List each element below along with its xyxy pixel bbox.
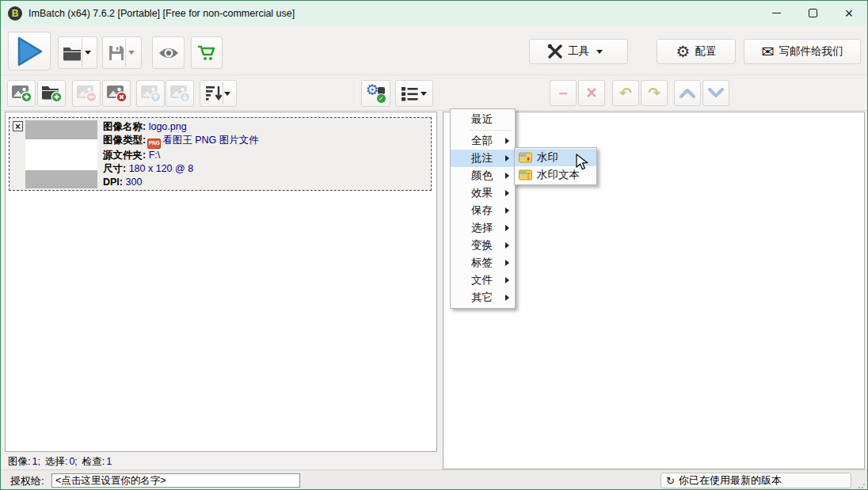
open-button[interactable] (58, 36, 97, 69)
menu-item-recent[interactable]: 最近 (451, 111, 515, 128)
menu-item-tags[interactable]: 标签 (451, 254, 515, 272)
submenu-arrow-icon (505, 155, 509, 161)
gear-icon: ⚙ (676, 44, 691, 59)
mouse-cursor (576, 154, 589, 171)
run-tasks-button[interactable] (8, 32, 51, 70)
image-folder-value: F:\ (149, 150, 161, 161)
task-up-button[interactable] (674, 80, 701, 106)
menu-separator (470, 130, 512, 131)
play-icon (14, 35, 44, 68)
refresh-icon: ↻ (666, 475, 675, 487)
remove-all-images-button[interactable] (102, 80, 131, 107)
bottom-bar: 授权给: ↻ 你已在使用最新的版本 (1, 469, 867, 490)
add-images-button[interactable] (7, 80, 36, 107)
image-list-item[interactable]: × 图像名称: logo.png 图像类型:PNG看图王 PNG 图片文件 源文… (9, 117, 432, 191)
window-title: ImBatch (x64) 7.6.2 [Portable] [Free for… (29, 8, 295, 19)
move-down-icon (169, 84, 191, 103)
app-logo-icon: B (8, 6, 22, 21)
remove-all-icon (106, 84, 128, 103)
menu-item-file[interactable]: 文件 (451, 272, 515, 289)
png-file-icon: PNG (147, 139, 161, 149)
add-folder-button[interactable] (37, 80, 66, 107)
main-toolbar: 工具 ⚙ 配置 ✉ 写邮件给我们 (1, 25, 867, 75)
close-button[interactable]: × (831, 1, 867, 25)
remove-image-icon (76, 84, 97, 103)
undo-icon: ↶ (619, 84, 632, 102)
menu-item-color[interactable]: 颜色 (451, 167, 515, 184)
save-icon (108, 44, 125, 62)
sort-dropdown-icon (224, 92, 230, 96)
submenu-arrow-icon (505, 173, 509, 179)
menu-item-select[interactable]: 选择 (451, 219, 515, 237)
remove-image-button[interactable] (72, 80, 101, 107)
preview-button[interactable] (152, 36, 185, 69)
menu-item-effects[interactable]: 效果 (451, 184, 515, 202)
image-type-label: 图像类型: (103, 135, 146, 146)
sort-button[interactable] (200, 80, 237, 107)
save-dropdown-icon (128, 51, 135, 55)
menu-item-save[interactable]: 保存 (451, 202, 515, 219)
image-name-value: logo.png (149, 121, 187, 132)
task-down-button[interactable] (702, 80, 729, 106)
menu-item-all[interactable]: 全部 (451, 132, 515, 150)
email-us-label: 写邮件给我们 (779, 44, 843, 59)
watermark-text-icon (519, 169, 532, 180)
imbatch-window: B ImBatch (x64) 7.6.2 [Portable] [Free f… (0, 0, 868, 490)
image-checkbox[interactable]: × (13, 121, 23, 131)
save-button[interactable] (102, 36, 142, 69)
image-size-value: 180 x 120 @ 8 (129, 163, 194, 174)
menu-item-annotate[interactable]: 批注 (451, 150, 515, 167)
watermark-icon (519, 152, 532, 163)
version-status[interactable]: ↻ 你已在使用最新的版本 (661, 473, 851, 488)
email-us-button[interactable]: ✉ 写邮件给我们 (744, 39, 861, 64)
submenu-arrow-icon (505, 207, 509, 214)
check-tasks-icon: ⚙ ✓ (366, 84, 386, 103)
image-count-status: 图像:1; 选择:0; 检查:1 (5, 454, 437, 469)
image-details: 图像名称: logo.png 图像类型:PNG看图王 PNG 图片文件 源文件夹… (103, 120, 259, 190)
config-button[interactable]: ⚙ 配置 (657, 39, 736, 64)
minimize-button[interactable] (758, 1, 794, 25)
resize-grip[interactable] (858, 481, 866, 489)
submenu-arrow-icon (505, 190, 509, 196)
chevron-up-icon (680, 88, 695, 98)
menu-item-other[interactable]: 其它 (451, 289, 515, 306)
image-thumbnail (25, 120, 97, 188)
version-text: 你已在使用最新的版本 (679, 473, 782, 488)
tools-icon (547, 44, 563, 59)
tools-label: 工具 (568, 44, 589, 59)
image-dpi-value: 300 (125, 177, 142, 188)
chevron-down-icon (708, 88, 724, 98)
check-tasks-button[interactable]: ⚙ ✓ (361, 80, 390, 107)
redo-button[interactable]: ↷ (641, 80, 668, 106)
menu-item-transform[interactable]: 变换 (451, 237, 515, 254)
config-label: 配置 (695, 44, 716, 59)
license-name-input[interactable] (51, 473, 300, 488)
submenu-arrow-icon (505, 242, 509, 249)
maximize-icon (809, 9, 817, 17)
move-up-button[interactable] (136, 80, 165, 107)
view-mode-button[interactable] (395, 80, 433, 107)
minimize-icon (772, 13, 781, 13)
delete-tasks-button[interactable]: × (578, 80, 605, 106)
envelope-icon: ✉ (762, 44, 775, 59)
move-down-button[interactable] (166, 80, 194, 107)
remove-task-button[interactable]: − (550, 80, 577, 106)
view-dropdown-icon (421, 92, 427, 96)
buy-button[interactable] (191, 36, 223, 69)
sort-icon (205, 85, 223, 102)
move-up-icon (140, 84, 162, 103)
open-dropdown-icon (85, 51, 91, 55)
close-icon: × (845, 6, 854, 21)
image-type-value: 看图王 PNG 图片文件 (162, 135, 259, 146)
submenu-arrow-icon (505, 277, 509, 283)
add-task-menu: 最近 全部 批注 颜色 效果 保存 选择 变换 标签 文件 其它 (450, 108, 516, 309)
submenu-arrow-icon (505, 138, 509, 144)
image-list-panel[interactable]: × 图像名称: logo.png 图像类型:PNG看图王 PNG 图片文件 源文… (5, 112, 437, 452)
submenu-arrow-icon (505, 260, 509, 266)
maximize-button[interactable] (794, 1, 831, 25)
undo-button[interactable]: ↶ (612, 80, 639, 106)
tools-button[interactable]: 工具 (529, 39, 628, 64)
license-label: 授权给: (10, 474, 44, 488)
list-toolbar: × ⚙ ✓ 添加任务... − × ↶ (1, 75, 867, 111)
titlebar[interactable]: B ImBatch (x64) 7.6.2 [Portable] [Free f… (1, 1, 867, 25)
